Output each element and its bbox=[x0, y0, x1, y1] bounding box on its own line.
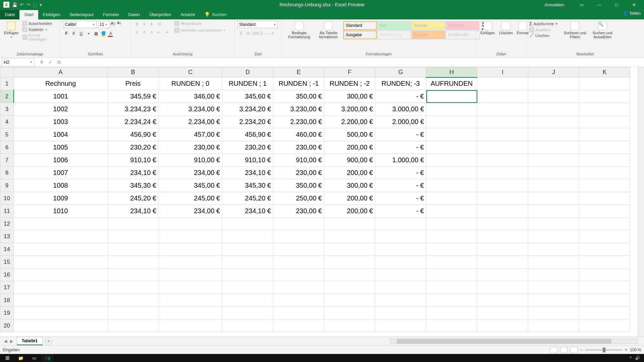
cell-B13[interactable] bbox=[108, 230, 159, 243]
cell-I9[interactable] bbox=[477, 179, 528, 192]
cell-J5[interactable] bbox=[528, 128, 579, 141]
cell-D5[interactable]: 456,90 € bbox=[222, 128, 273, 141]
cell-H5[interactable] bbox=[426, 128, 477, 141]
cell-I15[interactable] bbox=[477, 256, 528, 268]
cell-D9[interactable]: 345,30 € bbox=[222, 179, 273, 192]
cell-G9[interactable]: - € bbox=[375, 179, 426, 192]
cell-B5[interactable]: 456,90 € bbox=[108, 128, 159, 141]
cell-I4[interactable] bbox=[477, 116, 528, 128]
cell-E1[interactable]: RUNDEN ; -1 bbox=[273, 77, 324, 90]
zoom-slider[interactable] bbox=[585, 349, 622, 351]
cell-E3[interactable]: 3.230,00 € bbox=[273, 103, 324, 116]
insert-function-icon[interactable]: fx bbox=[55, 58, 63, 66]
cell-I14[interactable] bbox=[477, 243, 528, 256]
cell-I10[interactable] bbox=[477, 192, 528, 205]
cell-E5[interactable]: 460,00 € bbox=[273, 128, 324, 141]
cell-I1[interactable] bbox=[477, 77, 528, 90]
align-center-icon[interactable]: ≡ bbox=[141, 29, 148, 36]
autosum-button[interactable]: ΣAutoSumme▼ bbox=[529, 21, 558, 27]
tab-start[interactable]: Start bbox=[19, 10, 38, 19]
cell-H12[interactable] bbox=[426, 218, 477, 230]
cell-I5[interactable] bbox=[477, 128, 528, 141]
cell-C5[interactable]: 457,00 € bbox=[159, 128, 222, 141]
row-header-2[interactable]: 2 bbox=[0, 90, 14, 103]
align-middle-icon[interactable]: ≡ bbox=[141, 21, 148, 27]
cell-H7[interactable] bbox=[426, 154, 477, 167]
cell-K19[interactable] bbox=[579, 307, 630, 319]
cell-I3[interactable] bbox=[477, 103, 528, 116]
cell-B20[interactable] bbox=[108, 319, 159, 332]
row-header-7[interactable]: 7 bbox=[0, 154, 14, 167]
cell-I8[interactable] bbox=[477, 167, 528, 179]
start-button[interactable]: ⊞ bbox=[1, 354, 13, 362]
cell-H2[interactable] bbox=[426, 90, 477, 103]
fill-button[interactable]: Ausfüllen bbox=[529, 27, 558, 33]
cell-G11[interactable]: - € bbox=[375, 205, 426, 218]
style-schlecht[interactable]: Schlecht bbox=[446, 21, 479, 30]
cell-J14[interactable] bbox=[528, 243, 579, 256]
cut-button[interactable]: Ausschneiden bbox=[22, 21, 57, 26]
cell-I16[interactable] bbox=[477, 268, 528, 281]
cell-A12[interactable] bbox=[14, 218, 108, 230]
paste-button[interactable]: Einfügen ▼ bbox=[3, 21, 20, 39]
qat-dropdown-icon[interactable]: ▾ bbox=[40, 2, 42, 7]
cell-J1[interactable] bbox=[528, 77, 579, 90]
cell-B10[interactable]: 245,20 € bbox=[108, 192, 159, 205]
cell-C20[interactable] bbox=[159, 319, 222, 332]
cell-C14[interactable] bbox=[159, 243, 222, 256]
col-header-E[interactable]: E bbox=[273, 67, 324, 77]
cell-K7[interactable] bbox=[579, 154, 630, 167]
style-berechnung[interactable]: Berechnung bbox=[377, 31, 411, 39]
cell-J13[interactable] bbox=[528, 230, 579, 243]
cell-C9[interactable]: 345,00 € bbox=[159, 179, 222, 192]
row-header-1[interactable]: 1 bbox=[0, 77, 14, 90]
cell-E18[interactable] bbox=[273, 294, 324, 307]
cell-G14[interactable] bbox=[375, 243, 426, 256]
cell-B2[interactable]: 345,59 € bbox=[108, 90, 159, 103]
sheet-tab[interactable]: Tabelle1 bbox=[17, 337, 43, 345]
cell-I20[interactable] bbox=[477, 319, 528, 332]
cell-A6[interactable]: 1005 bbox=[14, 141, 108, 154]
col-header-F[interactable]: F bbox=[324, 67, 375, 77]
cell-C16[interactable] bbox=[159, 268, 222, 281]
cell-G3[interactable]: 3.000,00 € bbox=[375, 103, 426, 116]
cell-F3[interactable]: 3.200,00 € bbox=[324, 103, 375, 116]
cell-I18[interactable] bbox=[477, 294, 528, 307]
cell-F17[interactable] bbox=[324, 281, 375, 294]
cell-A8[interactable]: 1007 bbox=[14, 167, 108, 179]
delete-cells-button[interactable]: Löschen bbox=[497, 21, 514, 36]
number-format-combo[interactable]: Standard▼ bbox=[237, 21, 278, 28]
excel-taskbar-icon[interactable]: X▮ bbox=[42, 354, 54, 362]
cell-A1[interactable]: Rechnung bbox=[14, 77, 108, 90]
cell-D17[interactable] bbox=[222, 281, 273, 294]
row-header-14[interactable]: 14 bbox=[0, 243, 14, 256]
cell-G18[interactable] bbox=[375, 294, 426, 307]
zoom-out-button[interactable]: − bbox=[580, 348, 583, 352]
cell-E16[interactable] bbox=[273, 268, 324, 281]
cell-K11[interactable] bbox=[579, 205, 630, 218]
share-button[interactable]: 👤 Teilen bbox=[623, 11, 641, 16]
cell-F6[interactable]: 200,00 € bbox=[324, 141, 375, 154]
cell-D14[interactable] bbox=[222, 243, 273, 256]
cell-D2[interactable]: 345,60 € bbox=[222, 90, 273, 103]
vertical-scrollbar[interactable] bbox=[638, 67, 644, 337]
cell-I19[interactable] bbox=[477, 307, 528, 319]
row-header-20[interactable]: 20 bbox=[0, 319, 14, 332]
col-header-G[interactable]: G bbox=[375, 67, 426, 77]
cell-I6[interactable] bbox=[477, 141, 528, 154]
cell-C10[interactable]: 245,00 € bbox=[159, 192, 222, 205]
cell-C6[interactable]: 230,00 € bbox=[159, 141, 222, 154]
cell-E2[interactable]: 350,00 € bbox=[273, 90, 324, 103]
cell-K10[interactable] bbox=[579, 192, 630, 205]
page-break-view-icon[interactable] bbox=[570, 347, 578, 353]
row-header-13[interactable]: 13 bbox=[0, 230, 14, 243]
tab-einfuegen[interactable]: Einfügen bbox=[38, 10, 65, 19]
tab-seitenlayout[interactable]: Seitenlayout bbox=[65, 10, 98, 19]
cell-G4[interactable]: 2.000,00 € bbox=[375, 116, 426, 128]
cell-A13[interactable] bbox=[14, 230, 108, 243]
cell-C3[interactable]: 3.234,00 € bbox=[159, 103, 222, 116]
cell-B17[interactable] bbox=[108, 281, 159, 294]
cell-F13[interactable] bbox=[324, 230, 375, 243]
clear-button[interactable]: 🧹Löschen bbox=[529, 33, 558, 38]
redo-icon[interactable]: ↷ bbox=[26, 2, 30, 7]
